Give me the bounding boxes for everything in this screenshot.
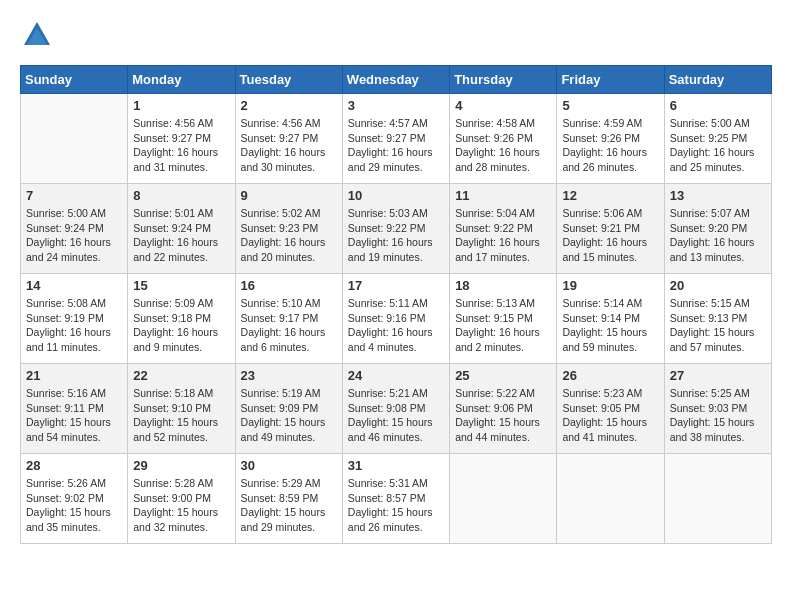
day-number: 8: [133, 188, 229, 203]
day-number: 6: [670, 98, 766, 113]
day-info: Sunrise: 5:15 AMSunset: 9:13 PMDaylight:…: [670, 296, 766, 355]
calendar-day-cell: 7Sunrise: 5:00 AMSunset: 9:24 PMDaylight…: [21, 184, 128, 274]
day-number: 24: [348, 368, 444, 383]
day-info: Sunrise: 5:04 AMSunset: 9:22 PMDaylight:…: [455, 206, 551, 265]
day-info: Sunrise: 5:23 AMSunset: 9:05 PMDaylight:…: [562, 386, 658, 445]
weekday-header: Friday: [557, 66, 664, 94]
day-number: 15: [133, 278, 229, 293]
day-number: 7: [26, 188, 122, 203]
day-info: Sunrise: 5:16 AMSunset: 9:11 PMDaylight:…: [26, 386, 122, 445]
day-info: Sunrise: 5:29 AMSunset: 8:59 PMDaylight:…: [241, 476, 337, 535]
day-info: Sunrise: 4:58 AMSunset: 9:26 PMDaylight:…: [455, 116, 551, 175]
day-number: 30: [241, 458, 337, 473]
day-number: 18: [455, 278, 551, 293]
calendar-day-cell: 31Sunrise: 5:31 AMSunset: 8:57 PMDayligh…: [342, 454, 449, 544]
day-info: Sunrise: 5:25 AMSunset: 9:03 PMDaylight:…: [670, 386, 766, 445]
day-info: Sunrise: 5:18 AMSunset: 9:10 PMDaylight:…: [133, 386, 229, 445]
day-number: 5: [562, 98, 658, 113]
calendar-day-cell: 4Sunrise: 4:58 AMSunset: 9:26 PMDaylight…: [450, 94, 557, 184]
calendar-day-cell: 29Sunrise: 5:28 AMSunset: 9:00 PMDayligh…: [128, 454, 235, 544]
calendar-day-cell: 14Sunrise: 5:08 AMSunset: 9:19 PMDayligh…: [21, 274, 128, 364]
day-info: Sunrise: 5:01 AMSunset: 9:24 PMDaylight:…: [133, 206, 229, 265]
day-info: Sunrise: 5:07 AMSunset: 9:20 PMDaylight:…: [670, 206, 766, 265]
calendar-day-cell: 25Sunrise: 5:22 AMSunset: 9:06 PMDayligh…: [450, 364, 557, 454]
day-number: 28: [26, 458, 122, 473]
calendar-day-cell: [557, 454, 664, 544]
day-info: Sunrise: 5:14 AMSunset: 9:14 PMDaylight:…: [562, 296, 658, 355]
logo-icon: [22, 20, 52, 50]
day-info: Sunrise: 5:22 AMSunset: 9:06 PMDaylight:…: [455, 386, 551, 445]
day-number: 16: [241, 278, 337, 293]
calendar-day-cell: 8Sunrise: 5:01 AMSunset: 9:24 PMDaylight…: [128, 184, 235, 274]
day-info: Sunrise: 5:11 AMSunset: 9:16 PMDaylight:…: [348, 296, 444, 355]
calendar-week-row: 7Sunrise: 5:00 AMSunset: 9:24 PMDaylight…: [21, 184, 772, 274]
weekday-header: Thursday: [450, 66, 557, 94]
day-info: Sunrise: 4:56 AMSunset: 9:27 PMDaylight:…: [133, 116, 229, 175]
day-number: 22: [133, 368, 229, 383]
day-number: 10: [348, 188, 444, 203]
calendar-day-cell: 19Sunrise: 5:14 AMSunset: 9:14 PMDayligh…: [557, 274, 664, 364]
weekday-header: Monday: [128, 66, 235, 94]
calendar-day-cell: 13Sunrise: 5:07 AMSunset: 9:20 PMDayligh…: [664, 184, 771, 274]
weekday-header: Sunday: [21, 66, 128, 94]
calendar-day-cell: 28Sunrise: 5:26 AMSunset: 9:02 PMDayligh…: [21, 454, 128, 544]
calendar-day-cell: [450, 454, 557, 544]
day-info: Sunrise: 5:06 AMSunset: 9:21 PMDaylight:…: [562, 206, 658, 265]
calendar-day-cell: [664, 454, 771, 544]
day-info: Sunrise: 5:08 AMSunset: 9:19 PMDaylight:…: [26, 296, 122, 355]
day-number: 3: [348, 98, 444, 113]
calendar-day-cell: [21, 94, 128, 184]
day-number: 17: [348, 278, 444, 293]
calendar-day-cell: 27Sunrise: 5:25 AMSunset: 9:03 PMDayligh…: [664, 364, 771, 454]
day-info: Sunrise: 5:26 AMSunset: 9:02 PMDaylight:…: [26, 476, 122, 535]
calendar-day-cell: 23Sunrise: 5:19 AMSunset: 9:09 PMDayligh…: [235, 364, 342, 454]
calendar-day-cell: 24Sunrise: 5:21 AMSunset: 9:08 PMDayligh…: [342, 364, 449, 454]
calendar-day-cell: 1Sunrise: 4:56 AMSunset: 9:27 PMDaylight…: [128, 94, 235, 184]
day-number: 9: [241, 188, 337, 203]
calendar-day-cell: 22Sunrise: 5:18 AMSunset: 9:10 PMDayligh…: [128, 364, 235, 454]
weekday-header: Tuesday: [235, 66, 342, 94]
calendar-day-cell: 21Sunrise: 5:16 AMSunset: 9:11 PMDayligh…: [21, 364, 128, 454]
day-number: 20: [670, 278, 766, 293]
day-info: Sunrise: 5:13 AMSunset: 9:15 PMDaylight:…: [455, 296, 551, 355]
weekday-header: Saturday: [664, 66, 771, 94]
calendar-day-cell: 3Sunrise: 4:57 AMSunset: 9:27 PMDaylight…: [342, 94, 449, 184]
weekday-header-row: SundayMondayTuesdayWednesdayThursdayFrid…: [21, 66, 772, 94]
day-info: Sunrise: 5:21 AMSunset: 9:08 PMDaylight:…: [348, 386, 444, 445]
calendar-day-cell: 15Sunrise: 5:09 AMSunset: 9:18 PMDayligh…: [128, 274, 235, 364]
day-number: 26: [562, 368, 658, 383]
day-number: 4: [455, 98, 551, 113]
calendar-day-cell: 12Sunrise: 5:06 AMSunset: 9:21 PMDayligh…: [557, 184, 664, 274]
day-info: Sunrise: 5:02 AMSunset: 9:23 PMDaylight:…: [241, 206, 337, 265]
calendar-day-cell: 10Sunrise: 5:03 AMSunset: 9:22 PMDayligh…: [342, 184, 449, 274]
day-info: Sunrise: 5:03 AMSunset: 9:22 PMDaylight:…: [348, 206, 444, 265]
calendar-table: SundayMondayTuesdayWednesdayThursdayFrid…: [20, 65, 772, 544]
calendar-day-cell: 16Sunrise: 5:10 AMSunset: 9:17 PMDayligh…: [235, 274, 342, 364]
day-number: 13: [670, 188, 766, 203]
day-info: Sunrise: 4:56 AMSunset: 9:27 PMDaylight:…: [241, 116, 337, 175]
calendar-day-cell: 6Sunrise: 5:00 AMSunset: 9:25 PMDaylight…: [664, 94, 771, 184]
calendar-day-cell: 26Sunrise: 5:23 AMSunset: 9:05 PMDayligh…: [557, 364, 664, 454]
calendar-week-row: 14Sunrise: 5:08 AMSunset: 9:19 PMDayligh…: [21, 274, 772, 364]
day-number: 31: [348, 458, 444, 473]
calendar-day-cell: 5Sunrise: 4:59 AMSunset: 9:26 PMDaylight…: [557, 94, 664, 184]
day-number: 23: [241, 368, 337, 383]
day-info: Sunrise: 5:10 AMSunset: 9:17 PMDaylight:…: [241, 296, 337, 355]
calendar-day-cell: 18Sunrise: 5:13 AMSunset: 9:15 PMDayligh…: [450, 274, 557, 364]
logo-text: [20, 20, 52, 55]
day-number: 29: [133, 458, 229, 473]
calendar-day-cell: 9Sunrise: 5:02 AMSunset: 9:23 PMDaylight…: [235, 184, 342, 274]
calendar-day-cell: 11Sunrise: 5:04 AMSunset: 9:22 PMDayligh…: [450, 184, 557, 274]
day-info: Sunrise: 5:09 AMSunset: 9:18 PMDaylight:…: [133, 296, 229, 355]
day-number: 14: [26, 278, 122, 293]
day-number: 1: [133, 98, 229, 113]
calendar-week-row: 28Sunrise: 5:26 AMSunset: 9:02 PMDayligh…: [21, 454, 772, 544]
day-info: Sunrise: 5:31 AMSunset: 8:57 PMDaylight:…: [348, 476, 444, 535]
calendar-day-cell: 20Sunrise: 5:15 AMSunset: 9:13 PMDayligh…: [664, 274, 771, 364]
day-info: Sunrise: 4:57 AMSunset: 9:27 PMDaylight:…: [348, 116, 444, 175]
calendar-week-row: 1Sunrise: 4:56 AMSunset: 9:27 PMDaylight…: [21, 94, 772, 184]
day-number: 12: [562, 188, 658, 203]
page-header: [20, 20, 772, 55]
logo: [20, 20, 52, 55]
calendar-day-cell: 2Sunrise: 4:56 AMSunset: 9:27 PMDaylight…: [235, 94, 342, 184]
